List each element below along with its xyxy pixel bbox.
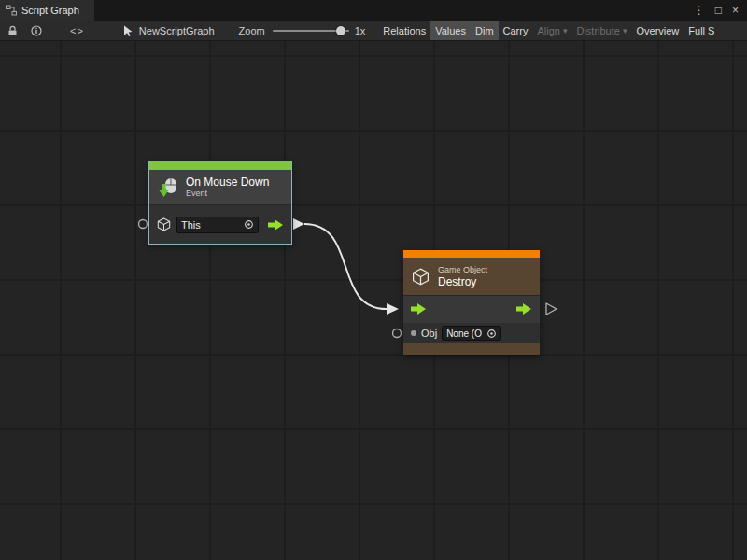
code-icon[interactable]: <> [70, 25, 84, 36]
align-label: Align [537, 21, 559, 41]
node-footer-bar [403, 343, 540, 355]
obj-object-field[interactable]: None (O [442, 326, 501, 341]
target-object-value: This [181, 219, 201, 231]
carry-button[interactable]: Carry [499, 21, 533, 41]
on-mouse-down-target-port[interactable] [139, 220, 148, 229]
node-kind: Game Object [438, 265, 487, 275]
destroy-exit-port[interactable] [546, 303, 557, 315]
chevron-down-icon: ▾ [563, 21, 568, 41]
zoom-value: 1x [355, 25, 366, 36]
node-destroy[interactable]: Game Object Destroy Obj [403, 250, 540, 355]
node-subtitle: Event [186, 189, 269, 199]
flow-ports-row [403, 295, 540, 323]
target-object-field[interactable]: This [176, 217, 259, 233]
graph-name-breadcrumb[interactable]: NewScriptGraph [121, 24, 215, 37]
zoom-control: Zoom 1x [239, 25, 366, 36]
game-object-cube-icon [157, 217, 171, 231]
graph-toolbar: <> NewScriptGraph Zoom 1x Relations Valu… [0, 21, 747, 41]
chevron-down-icon: ▾ [623, 21, 627, 41]
game-object-cube-icon [411, 267, 430, 287]
tab-title: Script Graph [21, 5, 79, 16]
distribute-label: Distribute [576, 21, 619, 41]
zoom-slider-knob[interactable] [336, 26, 345, 35]
connection-wire[interactable] [304, 224, 387, 309]
maximize-icon[interactable]: □ [715, 0, 722, 21]
tabbar-spacer [94, 0, 694, 21]
wire-source-arrow[interactable] [293, 218, 304, 230]
fullscreen-button[interactable]: Full S [684, 21, 719, 41]
menu-kebab-icon[interactable]: ⋮ [694, 0, 705, 21]
node-titles: Game Object Destroy [438, 265, 487, 288]
zoom-label: Zoom [239, 25, 265, 36]
node-header[interactable]: On Mouse Down Event [149, 170, 291, 204]
node-body: This [149, 204, 291, 244]
graph-canvas[interactable]: On Mouse Down Event This [0, 41, 747, 560]
window-controls: ⋮ □ × [694, 0, 747, 21]
connections-overlay [0, 41, 747, 560]
script-graph-window: Script Graph ⋮ □ × <> [0, 0, 747, 560]
destroy-obj-port[interactable] [393, 329, 402, 338]
flow-input-arrow[interactable] [411, 301, 427, 318]
obj-object-value: None (O [446, 329, 482, 339]
flow-output-arrow[interactable] [516, 301, 532, 318]
object-picker-icon[interactable] [486, 329, 497, 339]
zoom-slider[interactable] [273, 25, 349, 36]
close-icon[interactable]: × [732, 0, 739, 21]
obj-port-label: Obj [421, 328, 437, 339]
game-object-accent-bar [403, 250, 540, 258]
dim-button[interactable]: Dim [471, 21, 499, 41]
values-button[interactable]: Values [430, 21, 471, 41]
event-accent-bar [149, 161, 291, 170]
lock-icon[interactable] [7, 25, 18, 36]
value-port-dot[interactable] [411, 330, 416, 336]
script-graph-tab-icon [6, 5, 17, 16]
node-on-mouse-down[interactable]: On Mouse Down Event This [149, 161, 291, 244]
distribute-button[interactable]: Distribute ▾ [571, 21, 631, 41]
node-titles: On Mouse Down Event [186, 175, 269, 199]
mouse-down-icon [157, 176, 179, 199]
node-header[interactable]: Game Object Destroy [403, 258, 540, 295]
align-button[interactable]: Align ▾ [532, 21, 571, 41]
info-icon[interactable] [31, 25, 42, 36]
overview-button[interactable]: Overview [631, 21, 684, 41]
object-picker-icon[interactable] [244, 219, 254, 230]
script-graph-asset-icon [121, 24, 134, 37]
toolbar-buttons: Relations Values Dim Carry Align ▾ Distr… [378, 21, 719, 41]
relations-button[interactable]: Relations [378, 21, 430, 41]
graph-name-label: NewScriptGraph [139, 25, 215, 36]
tab-script-graph[interactable]: Script Graph [0, 0, 94, 21]
tab-bar: Script Graph ⋮ □ × [0, 0, 747, 21]
node-title: Destroy [438, 275, 487, 288]
wire-target-arrow [387, 303, 399, 315]
obj-input-row: Obj None (O [403, 323, 540, 343]
event-flow-output-arrow[interactable] [268, 219, 284, 231]
node-title: On Mouse Down [186, 175, 269, 189]
